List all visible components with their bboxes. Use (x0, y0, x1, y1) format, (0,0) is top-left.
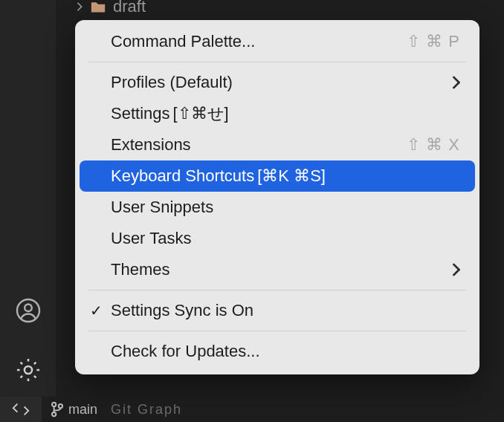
settings-context-menu: Command Palette... ⇧ ⌘ P Profiles (Defau… (75, 20, 479, 374)
menu-extensions[interactable]: Extensions ⇧ ⌘ X (80, 129, 475, 160)
svg-point-4 (52, 412, 56, 416)
menu-user-tasks[interactable]: User Tasks (80, 223, 475, 254)
svg-point-2 (24, 366, 31, 374)
menu-check-updates[interactable]: Check for Updates... (80, 336, 475, 367)
status-bar: main Git Graph (0, 397, 504, 422)
menu-profiles[interactable]: Profiles (Default) (80, 67, 475, 98)
menu-label: Check for Updates... (111, 343, 260, 360)
accounts-icon[interactable] (10, 293, 46, 328)
menu-separator (88, 331, 466, 331)
svg-point-3 (52, 403, 56, 406)
menu-label: User Snippets (111, 199, 213, 215)
menu-label: Extensions (111, 137, 191, 153)
explorer-item-draft[interactable]: draft (74, 0, 146, 16)
menu-keyboard-shortcuts[interactable]: Keyboard Shortcuts [⌘K ⌘S] (80, 160, 475, 192)
folder-icon (91, 0, 113, 13)
branch-name: main (68, 402, 97, 418)
menu-label: Keyboard Shortcuts (111, 168, 254, 184)
svg-point-5 (59, 404, 62, 408)
menu-separator (88, 62, 466, 62)
menu-label: User Tasks (111, 230, 191, 247)
menu-shortcut: ⇧ ⌘ P (407, 33, 460, 50)
gear-icon[interactable] (10, 352, 46, 388)
menu-inline-shortcut: [⌘K ⌘S] (257, 168, 326, 184)
menu-inline-shortcut: [⇧⌘せ] (173, 106, 229, 122)
menu-settings-sync[interactable]: ✓ Settings Sync is On (80, 295, 475, 326)
menu-label: Profiles (Default) (111, 74, 233, 91)
svg-point-1 (25, 304, 32, 311)
check-icon: ✓ (90, 303, 103, 318)
menu-label: Command Palette... (111, 33, 255, 50)
menu-shortcut: ⇧ ⌘ X (407, 137, 460, 153)
menu-label: Themes (111, 262, 169, 278)
menu-settings[interactable]: Settings [⇧⌘せ] (80, 98, 475, 129)
menu-separator (88, 290, 466, 290)
chevron-right-icon (74, 1, 85, 12)
chevron-right-icon (451, 76, 460, 89)
activity-bar (0, 0, 56, 422)
branch-indicator[interactable]: main (51, 401, 97, 418)
menu-label: Settings Sync is On (111, 302, 253, 319)
file-label: draft (113, 0, 146, 16)
menu-themes[interactable]: Themes (80, 254, 475, 285)
menu-user-snippets[interactable]: User Snippets (80, 192, 475, 223)
statusbar-trailing: Git Graph (111, 402, 182, 418)
chevron-right-icon (451, 263, 460, 276)
menu-label: Settings (111, 106, 170, 122)
menu-command-palette[interactable]: Command Palette... ⇧ ⌘ P (80, 26, 475, 57)
remote-button[interactable] (0, 397, 42, 422)
